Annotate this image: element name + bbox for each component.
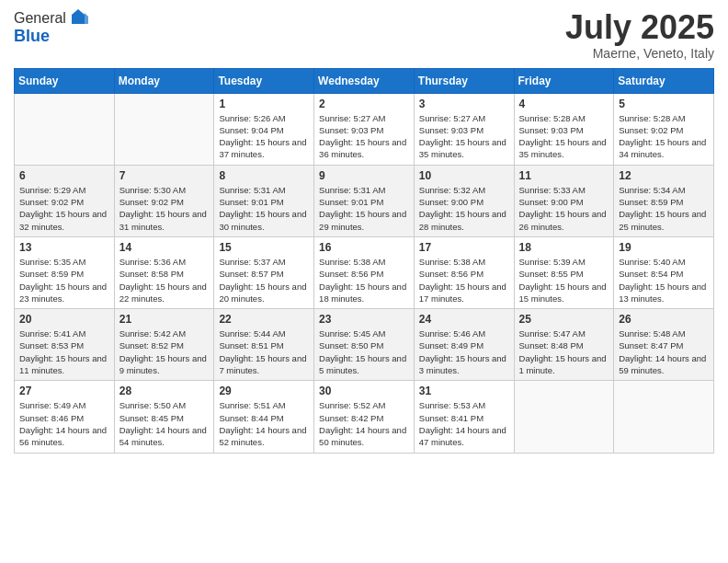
day-number: 30 — [319, 385, 409, 397]
day-info: Sunrise: 5:48 AMSunset: 8:47 PMDaylight:… — [619, 327, 709, 376]
calendar-cell: 30Sunrise: 5:52 AMSunset: 8:42 PMDayligh… — [314, 381, 415, 453]
calendar-cell: 26Sunrise: 5:48 AMSunset: 8:47 PMDayligh… — [614, 309, 714, 381]
calendar-cell: 21Sunrise: 5:42 AMSunset: 8:52 PMDayligh… — [114, 309, 214, 381]
calendar-cell: 9Sunrise: 5:31 AMSunset: 9:01 PMDaylight… — [314, 165, 415, 236]
day-number: 7 — [119, 169, 210, 182]
day-info: Sunrise: 5:40 AMSunset: 8:54 PMDaylight:… — [619, 256, 709, 304]
calendar-header-row: SundayMondayTuesdayWednesdayThursdayFrid… — [15, 68, 714, 93]
calendar-cell: 31Sunrise: 5:53 AMSunset: 8:41 PMDayligh… — [414, 381, 514, 453]
calendar-col-sunday: Sunday — [15, 68, 115, 93]
day-info: Sunrise: 5:36 AMSunset: 8:58 PMDaylight:… — [119, 256, 210, 304]
logo-icon — [68, 7, 88, 28]
day-info: Sunrise: 5:27 AMSunset: 9:03 PMDaylight:… — [419, 112, 509, 161]
day-number: 31 — [419, 385, 509, 397]
day-number: 12 — [619, 169, 709, 182]
calendar-cell: 5Sunrise: 5:28 AMSunset: 9:02 PMDaylight… — [614, 93, 714, 165]
calendar-cell: 19Sunrise: 5:40 AMSunset: 8:54 PMDayligh… — [614, 236, 714, 308]
day-info: Sunrise: 5:51 AMSunset: 8:44 PMDaylight:… — [219, 399, 309, 448]
day-number: 24 — [419, 313, 509, 326]
day-info: Sunrise: 5:38 AMSunset: 8:56 PMDaylight:… — [419, 256, 509, 304]
month-title: July 2025 — [565, 9, 714, 46]
day-info: Sunrise: 5:26 AMSunset: 9:04 PMDaylight:… — [219, 112, 309, 161]
calendar-cell: 28Sunrise: 5:50 AMSunset: 8:45 PMDayligh… — [114, 381, 214, 453]
day-number: 5 — [619, 98, 709, 110]
day-info: Sunrise: 5:47 AMSunset: 8:48 PMDaylight:… — [519, 327, 609, 376]
day-info: Sunrise: 5:34 AMSunset: 8:59 PMDaylight:… — [619, 184, 709, 233]
calendar-cell: 7Sunrise: 5:30 AMSunset: 9:02 PMDaylight… — [114, 165, 214, 236]
day-number: 27 — [19, 385, 109, 397]
day-number: 9 — [319, 169, 409, 182]
calendar-cell: 3Sunrise: 5:27 AMSunset: 9:03 PMDaylight… — [414, 93, 514, 165]
day-info: Sunrise: 5:44 AMSunset: 8:51 PMDaylight:… — [219, 327, 309, 376]
day-number: 21 — [119, 313, 210, 326]
calendar-cell: 16Sunrise: 5:38 AMSunset: 8:56 PMDayligh… — [314, 236, 415, 308]
calendar-cell: 23Sunrise: 5:45 AMSunset: 8:50 PMDayligh… — [314, 309, 415, 381]
calendar-col-thursday: Thursday — [414, 68, 514, 93]
calendar-week-row: 6Sunrise: 5:29 AMSunset: 9:02 PMDaylight… — [15, 165, 714, 236]
day-info: Sunrise: 5:39 AMSunset: 8:55 PMDaylight:… — [519, 256, 609, 304]
calendar-cell: 29Sunrise: 5:51 AMSunset: 8:44 PMDayligh… — [214, 381, 314, 453]
day-info: Sunrise: 5:41 AMSunset: 8:53 PMDaylight:… — [19, 327, 109, 376]
calendar-cell — [114, 93, 214, 165]
day-number: 6 — [19, 169, 109, 182]
calendar-week-row: 1Sunrise: 5:26 AMSunset: 9:04 PMDaylight… — [15, 93, 714, 165]
calendar-cell: 11Sunrise: 5:33 AMSunset: 9:00 PMDayligh… — [514, 165, 614, 236]
calendar-cell: 17Sunrise: 5:38 AMSunset: 8:56 PMDayligh… — [414, 236, 514, 308]
day-number: 19 — [619, 241, 709, 254]
calendar-cell — [15, 93, 115, 165]
calendar-cell: 27Sunrise: 5:49 AMSunset: 8:46 PMDayligh… — [15, 381, 115, 453]
header: General Blue July 2025 Maerne, Veneto, I… — [14, 9, 714, 61]
day-number: 16 — [319, 241, 409, 254]
calendar-week-row: 27Sunrise: 5:49 AMSunset: 8:46 PMDayligh… — [15, 381, 714, 453]
calendar-col-tuesday: Tuesday — [214, 68, 314, 93]
day-info: Sunrise: 5:31 AMSunset: 9:01 PMDaylight:… — [219, 184, 309, 233]
calendar-cell — [614, 381, 714, 453]
calendar-week-row: 13Sunrise: 5:35 AMSunset: 8:59 PMDayligh… — [15, 236, 714, 308]
day-number: 8 — [219, 169, 309, 182]
day-number: 13 — [19, 241, 109, 254]
day-number: 2 — [319, 98, 409, 110]
logo-general-text: General — [14, 10, 66, 27]
day-number: 23 — [319, 313, 409, 326]
day-info: Sunrise: 5:52 AMSunset: 8:42 PMDaylight:… — [319, 399, 409, 448]
calendar-cell: 22Sunrise: 5:44 AMSunset: 8:51 PMDayligh… — [214, 309, 314, 381]
calendar-col-monday: Monday — [114, 68, 214, 93]
day-number: 25 — [519, 313, 609, 326]
day-info: Sunrise: 5:28 AMSunset: 9:02 PMDaylight:… — [619, 112, 709, 161]
day-info: Sunrise: 5:33 AMSunset: 9:00 PMDaylight:… — [519, 184, 609, 233]
day-number: 1 — [219, 98, 309, 110]
page: General Blue July 2025 Maerne, Veneto, I… — [0, 0, 728, 563]
title-block: July 2025 Maerne, Veneto, Italy — [565, 9, 714, 61]
calendar-cell: 14Sunrise: 5:36 AMSunset: 8:58 PMDayligh… — [114, 236, 214, 308]
calendar-cell: 13Sunrise: 5:35 AMSunset: 8:59 PMDayligh… — [15, 236, 115, 308]
calendar-cell: 20Sunrise: 5:41 AMSunset: 8:53 PMDayligh… — [15, 309, 115, 381]
day-info: Sunrise: 5:31 AMSunset: 9:01 PMDaylight:… — [319, 184, 409, 233]
day-info: Sunrise: 5:28 AMSunset: 9:03 PMDaylight:… — [519, 112, 609, 161]
calendar-week-row: 20Sunrise: 5:41 AMSunset: 8:53 PMDayligh… — [15, 309, 714, 381]
day-info: Sunrise: 5:46 AMSunset: 8:49 PMDaylight:… — [419, 327, 509, 376]
calendar-col-wednesday: Wednesday — [314, 68, 415, 93]
day-number: 17 — [419, 241, 509, 254]
day-info: Sunrise: 5:32 AMSunset: 9:00 PMDaylight:… — [419, 184, 509, 233]
day-info: Sunrise: 5:29 AMSunset: 9:02 PMDaylight:… — [19, 184, 109, 233]
calendar-cell: 25Sunrise: 5:47 AMSunset: 8:48 PMDayligh… — [514, 309, 614, 381]
day-number: 22 — [219, 313, 309, 326]
day-number: 28 — [119, 385, 210, 397]
calendar-cell: 8Sunrise: 5:31 AMSunset: 9:01 PMDaylight… — [214, 165, 314, 236]
calendar-cell: 10Sunrise: 5:32 AMSunset: 9:00 PMDayligh… — [414, 165, 514, 236]
day-info: Sunrise: 5:37 AMSunset: 8:57 PMDaylight:… — [219, 256, 309, 304]
calendar-table: SundayMondayTuesdayWednesdayThursdayFrid… — [14, 68, 714, 454]
day-info: Sunrise: 5:45 AMSunset: 8:50 PMDaylight:… — [319, 327, 409, 376]
calendar-cell: 6Sunrise: 5:29 AMSunset: 9:02 PMDaylight… — [15, 165, 115, 236]
day-number: 20 — [19, 313, 109, 326]
calendar-cell: 12Sunrise: 5:34 AMSunset: 8:59 PMDayligh… — [614, 165, 714, 236]
day-info: Sunrise: 5:49 AMSunset: 8:46 PMDaylight:… — [19, 399, 109, 448]
day-info: Sunrise: 5:35 AMSunset: 8:59 PMDaylight:… — [19, 256, 109, 304]
day-number: 18 — [519, 241, 609, 254]
logo: General Blue — [14, 9, 88, 46]
calendar-col-saturday: Saturday — [614, 68, 714, 93]
calendar-cell: 1Sunrise: 5:26 AMSunset: 9:04 PMDaylight… — [214, 93, 314, 165]
day-info: Sunrise: 5:42 AMSunset: 8:52 PMDaylight:… — [119, 327, 210, 376]
day-number: 11 — [519, 169, 609, 182]
day-info: Sunrise: 5:53 AMSunset: 8:41 PMDaylight:… — [419, 399, 509, 448]
